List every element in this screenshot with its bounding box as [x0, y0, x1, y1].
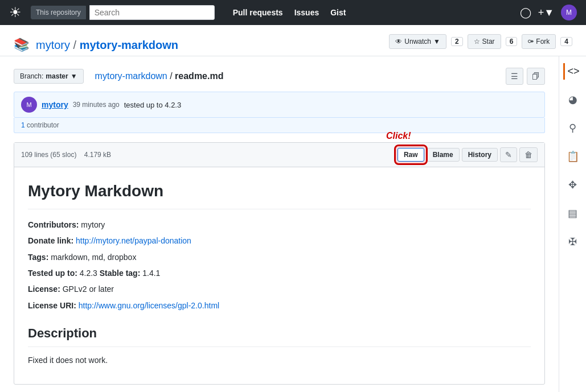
pull-requests-link[interactable]: Pull requests	[233, 8, 283, 17]
commit-message: tested up to 4.2.3	[124, 101, 181, 109]
branch-label: Branch:	[20, 72, 43, 80]
file-meta: 109 lines (65 sloc) 4.179 kB	[21, 151, 398, 159]
file-size: 4.179 kB	[84, 151, 111, 159]
book-icon: 📚	[14, 38, 29, 52]
list-view-icon[interactable]: ☰	[506, 68, 523, 85]
contributors-bar: 1 contributor	[14, 118, 545, 133]
raw-button-container: Click! Raw	[398, 148, 424, 162]
star-count: 6	[506, 37, 518, 46]
star-label: Star	[482, 38, 495, 46]
branch-name: master	[46, 72, 68, 80]
file-path-separator: /	[170, 71, 175, 81]
donate-field-label: Donate link:	[28, 236, 73, 245]
raw-button[interactable]: Raw	[398, 148, 424, 162]
contributors-field-label: Contributors:	[28, 220, 79, 229]
content-title: Mytory Markdown	[28, 179, 531, 209]
sidebar-pulse-icon[interactable]: ✥	[566, 176, 579, 193]
tested-line: Tested up to: 4.2.3 Stable tag: 1.4.1	[28, 267, 531, 279]
fork-count: 4	[560, 37, 572, 46]
license-value: GPLv2 or later	[63, 284, 114, 294]
commit-avatar: M	[21, 97, 37, 113]
sidebar-code-icon[interactable]: <>	[563, 63, 581, 80]
commit-author-link[interactable]: mytory	[42, 100, 68, 109]
contributors-label: contributor	[27, 121, 59, 129]
star-icon: ☆	[474, 38, 480, 46]
contributors-line: Contributors: mytory	[28, 218, 531, 231]
breadcrumb-bar: Branch: master ▼ mytory-markdown / readm…	[14, 68, 545, 85]
delete-icon[interactable]: 🗑	[519, 147, 538, 162]
license-uri-field-label: License URI:	[28, 301, 76, 310]
license-uri-link[interactable]: http://www.gnu.org/licenses/gpl-2.0.html	[79, 301, 219, 310]
repo-actions: 👁 Unwatch ▼ 2 ☆ Star 6 ⚩ Fork 4	[389, 34, 572, 56]
sidebar-chart-icon[interactable]: ▤	[565, 205, 580, 222]
search-input[interactable]	[89, 5, 215, 20]
tested-field-label: Tested up to:	[28, 269, 77, 278]
file-content: Mytory Markdown Contributors: mytory Don…	[14, 167, 544, 384]
main-content: Branch: master ▼ mytory-markdown / readm…	[0, 56, 559, 392]
add-icon[interactable]: +▼	[538, 7, 554, 19]
file-actions: Click! Raw Blame History ✎ 🗑	[398, 147, 538, 162]
license-field-label: License:	[28, 284, 60, 294]
tags-field-label: Tags:	[28, 253, 48, 262]
branch-dropdown-icon: ▼	[71, 72, 77, 80]
license-uri-line: License URI: http://www.gnu.org/licenses…	[28, 299, 531, 312]
repo-header: 📚 mytory / mytory-markdown 👁 Unwatch ▼ 2…	[0, 25, 586, 56]
gist-link[interactable]: Gist	[330, 8, 346, 17]
breadcrumb-actions: ☰ 🗍	[506, 68, 545, 85]
sidebar-pull-request-icon[interactable]: ⚲	[567, 119, 579, 137]
github-logo-icon[interactable]: ☀	[9, 5, 22, 20]
file-box: 109 lines (65 sloc) 4.179 kB Click! Raw …	[14, 142, 545, 385]
file-name: readme.md	[175, 71, 223, 81]
stable-value: 1.4.1	[142, 269, 160, 278]
file-lines: 109 lines (65 sloc)	[21, 151, 76, 159]
file-path-root-link[interactable]: mytory-markdown	[95, 71, 167, 81]
copy-icon[interactable]: 🗍	[527, 68, 545, 85]
eye-icon: 👁	[395, 38, 402, 46]
tags-line: Tags: markdown, md, dropbox	[28, 251, 531, 263]
tested-value: 4.2.3	[80, 269, 97, 278]
avatar[interactable]: M	[561, 5, 577, 20]
fork-button[interactable]: ⚩ Fork	[522, 34, 556, 49]
sidebar-tools-icon[interactable]: ✠	[566, 233, 579, 250]
unwatch-button[interactable]: 👁 Unwatch ▼	[389, 34, 446, 49]
repo-name-link[interactable]: mytory-markdown	[80, 39, 178, 51]
repo-breadcrumb: mytory / mytory-markdown	[36, 39, 178, 52]
description-text: Fixed it does not work.	[28, 354, 531, 366]
right-sidebar: <> ◕ ⚲ 📋 ✥ ▤ ✠	[559, 56, 586, 392]
commit-bar: M mytory 39 minutes ago tested up to 4.2…	[14, 92, 545, 118]
issues-link[interactable]: Issues	[294, 8, 319, 17]
donate-line: Donate link: http://mytory.net/paypal-do…	[28, 234, 531, 247]
repo-owner-link[interactable]: mytory	[36, 39, 70, 51]
contributors-count-link[interactable]: 1	[21, 121, 25, 129]
description-title: Description	[28, 323, 531, 347]
top-nav-right: ◯ +▼ M	[520, 5, 577, 20]
file-path: mytory-markdown / readme.md	[95, 71, 224, 81]
unwatch-count: 2	[451, 37, 463, 46]
branch-selector[interactable]: Branch: master ▼	[14, 69, 84, 84]
main-layout: Branch: master ▼ mytory-markdown / readm…	[0, 56, 586, 392]
file-header: 109 lines (65 sloc) 4.179 kB Click! Raw …	[14, 143, 544, 167]
license-line: License: GPLv2 or later	[28, 283, 531, 295]
fork-label: Fork	[536, 38, 550, 46]
top-navigation: ☀ This repository Pull requests Issues G…	[0, 0, 586, 25]
unwatch-dropdown-icon: ▼	[433, 38, 440, 46]
repo-label: This repository	[31, 6, 86, 19]
sidebar-graph-icon[interactable]: ◕	[566, 91, 580, 108]
top-nav-links: Pull requests Issues Gist	[233, 8, 346, 17]
notifications-icon[interactable]: ◯	[520, 6, 531, 19]
donate-link[interactable]: http://mytory.net/paypal-donation	[76, 236, 191, 245]
blame-button[interactable]: Blame	[427, 148, 460, 162]
sidebar-wiki-icon[interactable]: 📋	[564, 148, 581, 165]
fork-icon: ⚩	[528, 38, 534, 46]
unwatch-label: Unwatch	[404, 38, 431, 46]
contributors-value: mytory	[81, 220, 105, 229]
edit-icon[interactable]: ✎	[500, 147, 517, 162]
commit-time: 39 minutes ago	[73, 101, 120, 109]
history-button[interactable]: History	[462, 148, 498, 162]
stable-field-label: Stable tag:	[100, 269, 141, 278]
repo-search-box: This repository	[31, 5, 215, 20]
repo-separator: /	[73, 39, 80, 51]
star-button[interactable]: ☆ Star	[468, 34, 501, 49]
